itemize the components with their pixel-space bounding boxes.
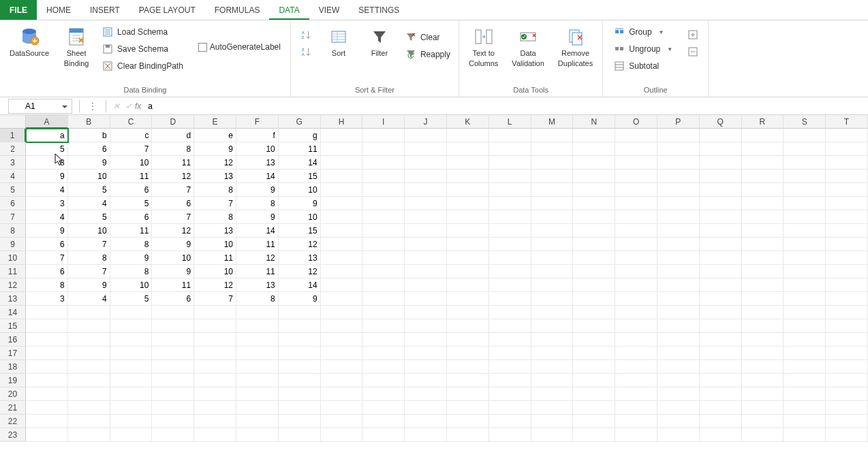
cell-C21[interactable]: [110, 401, 153, 415]
cell-F17[interactable]: [236, 346, 279, 360]
cell-C7[interactable]: 6: [110, 210, 153, 224]
cell-A15[interactable]: [26, 319, 68, 333]
cell-B14[interactable]: [68, 306, 110, 319]
group-button[interactable]: Group ▼: [611, 25, 675, 39]
cell-F19[interactable]: [236, 374, 279, 387]
cell-I23[interactable]: [362, 428, 405, 442]
cell-F15[interactable]: [236, 319, 279, 333]
column-header-A[interactable]: A: [26, 115, 68, 129]
cell-N21[interactable]: [573, 401, 615, 415]
cell-R16[interactable]: [742, 333, 784, 346]
cell-G16[interactable]: [279, 333, 321, 346]
cell-N1[interactable]: [573, 129, 615, 142]
cell-T5[interactable]: [826, 183, 868, 197]
cell-K6[interactable]: [447, 197, 489, 210]
cell-I13[interactable]: [362, 292, 405, 306]
cell-Q3[interactable]: [700, 156, 742, 170]
cell-T15[interactable]: [826, 319, 868, 333]
cell-K9[interactable]: [447, 238, 489, 251]
cell-B18[interactable]: [68, 360, 110, 374]
column-header-H[interactable]: H: [321, 115, 363, 129]
cell-L9[interactable]: [489, 238, 531, 251]
cell-I18[interactable]: [362, 360, 405, 374]
cell-I21[interactable]: [362, 401, 405, 415]
cell-A12[interactable]: 8: [26, 278, 68, 292]
cell-A20[interactable]: [26, 387, 68, 401]
cell-J4[interactable]: [405, 170, 447, 183]
cell-O11[interactable]: [615, 265, 657, 278]
cell-M11[interactable]: [531, 265, 574, 278]
cell-A4[interactable]: 9: [26, 170, 68, 183]
cell-T13[interactable]: [826, 292, 868, 306]
cell-N7[interactable]: [573, 210, 615, 224]
row-header-15[interactable]: 15: [0, 319, 26, 333]
row-header-23[interactable]: 23: [0, 428, 26, 442]
tab-data[interactable]: DATA: [269, 0, 309, 20]
cell-D2[interactable]: 8: [152, 142, 194, 156]
datasource-button[interactable]: DataSource: [4, 23, 55, 61]
cell-J13[interactable]: [405, 292, 447, 306]
cell-R21[interactable]: [742, 401, 784, 415]
cell-T18[interactable]: [826, 360, 868, 374]
cell-H14[interactable]: [321, 306, 363, 319]
cell-L8[interactable]: [489, 224, 531, 238]
cell-I20[interactable]: [362, 387, 405, 401]
cell-D1[interactable]: d: [152, 129, 194, 142]
cell-F2[interactable]: 10: [236, 142, 279, 156]
cell-D10[interactable]: 10: [152, 251, 194, 265]
cell-J19[interactable]: [405, 374, 447, 387]
cell-Q19[interactable]: [700, 374, 742, 387]
cell-L12[interactable]: [489, 278, 531, 292]
cell-K2[interactable]: [447, 142, 489, 156]
cell-B7[interactable]: 5: [68, 210, 110, 224]
cell-T10[interactable]: [826, 251, 868, 265]
cell-P15[interactable]: [657, 319, 700, 333]
cell-T21[interactable]: [826, 401, 868, 415]
cell-G14[interactable]: [279, 306, 321, 319]
cell-H17[interactable]: [321, 346, 363, 360]
cell-N16[interactable]: [573, 333, 615, 346]
row-header-13[interactable]: 13: [0, 292, 26, 306]
cell-T22[interactable]: [826, 415, 868, 428]
cell-Q1[interactable]: [700, 129, 742, 142]
cell-L18[interactable]: [489, 360, 531, 374]
cell-K10[interactable]: [447, 251, 489, 265]
cell-D18[interactable]: [152, 360, 194, 374]
cell-K14[interactable]: [447, 306, 489, 319]
cell-L14[interactable]: [489, 306, 531, 319]
row-header-19[interactable]: 19: [0, 374, 26, 387]
cell-L6[interactable]: [489, 197, 531, 210]
column-header-S[interactable]: S: [784, 115, 826, 129]
cell-J15[interactable]: [405, 319, 447, 333]
cell-H11[interactable]: [321, 265, 363, 278]
cell-I2[interactable]: [362, 142, 405, 156]
cell-L19[interactable]: [489, 374, 531, 387]
cell-T23[interactable]: [826, 428, 868, 442]
cell-I9[interactable]: [362, 238, 405, 251]
cell-P17[interactable]: [657, 346, 700, 360]
cell-O21[interactable]: [615, 401, 657, 415]
cell-I17[interactable]: [362, 346, 405, 360]
cell-J9[interactable]: [405, 238, 447, 251]
row-header-2[interactable]: 2: [0, 142, 26, 156]
cell-Q14[interactable]: [700, 306, 742, 319]
cell-R4[interactable]: [742, 170, 784, 183]
cell-C15[interactable]: [110, 319, 153, 333]
cell-S1[interactable]: [784, 129, 826, 142]
cell-B15[interactable]: [68, 319, 110, 333]
cell-F5[interactable]: 9: [236, 183, 279, 197]
cell-H13[interactable]: [321, 292, 363, 306]
cell-Q9[interactable]: [700, 238, 742, 251]
cell-F21[interactable]: [236, 401, 279, 415]
cell-N2[interactable]: [573, 142, 615, 156]
tab-file[interactable]: FILE: [0, 0, 37, 20]
cell-A6[interactable]: 3: [26, 197, 68, 210]
cell-E21[interactable]: [194, 401, 236, 415]
cell-F1[interactable]: f: [236, 129, 279, 142]
cell-N9[interactable]: [573, 238, 615, 251]
cell-B8[interactable]: 10: [68, 224, 110, 238]
cell-G17[interactable]: [279, 346, 321, 360]
cell-G21[interactable]: [279, 401, 321, 415]
cell-S19[interactable]: [784, 374, 826, 387]
cell-M23[interactable]: [531, 428, 574, 442]
